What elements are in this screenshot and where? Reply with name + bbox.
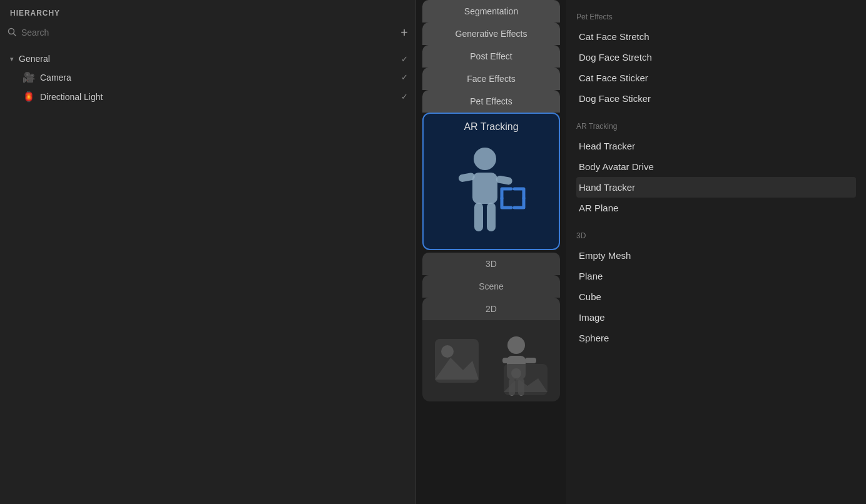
- divider-2: [576, 221, 856, 221]
- hierarchy-content: ▾ General ✓ 🎥 Camera ✓ 🏮 Directional Lig…: [0, 45, 415, 111]
- bottom-stack: 3D Scene 2D: [422, 253, 560, 401]
- body-avatar-drive-item[interactable]: Body Avatar Drive: [576, 156, 856, 177]
- svg-point-2: [474, 148, 496, 170]
- divider: [576, 111, 856, 112]
- svg-rect-5: [496, 175, 513, 185]
- general-section[interactable]: ▾ General ✓: [0, 50, 415, 68]
- light-icon: 🏮: [23, 91, 35, 103]
- generative-effects-tab[interactable]: Generative Effects: [422, 23, 560, 45]
- 3d-section: 3D Empty Mesh Plane Cube Image Sphere: [576, 224, 856, 348]
- chevron-icon: ▾: [10, 55, 14, 63]
- cat-face-stretch-item[interactable]: Cat Face Stretch: [576, 26, 856, 47]
- check-icon: ✓: [401, 92, 408, 101]
- search-input[interactable]: [21, 28, 395, 38]
- check-icon: ✓: [401, 73, 408, 82]
- hierarchy-title: HIERARCHY: [0, 0, 415, 24]
- camera-label: Camera: [40, 73, 396, 83]
- search-icon: [8, 28, 16, 38]
- ar-tracking-section-title: AR Tracking: [576, 114, 856, 136]
- stacked-cards: Segmentation Generative Effects Post Eff…: [422, 0, 560, 113]
- add-button[interactable]: +: [400, 26, 408, 39]
- search-bar: +: [0, 24, 415, 45]
- plane-item[interactable]: Plane: [576, 266, 856, 286]
- scene-tab[interactable]: Scene: [422, 275, 560, 298]
- hand-tracker-item[interactable]: Hand Tracker: [576, 177, 856, 198]
- svg-rect-6: [474, 203, 483, 231]
- dog-face-stretch-item[interactable]: Dog Face Stretch: [576, 47, 856, 68]
- 2d-tab[interactable]: 2D: [422, 298, 560, 320]
- pet-effects-title: Pet Effects: [576, 5, 856, 26]
- cards-panel: Segmentation Generative Effects Post Eff…: [416, 0, 566, 504]
- right-panel: Pet Effects Cat Face Stretch Dog Face St…: [566, 0, 866, 504]
- svg-point-11: [507, 336, 525, 354]
- general-label: General: [19, 54, 397, 64]
- camera-item[interactable]: 🎥 Camera ✓: [0, 68, 415, 87]
- svg-point-9: [441, 345, 454, 358]
- 2d-card-preview[interactable]: [422, 320, 560, 401]
- cube-item[interactable]: Cube: [576, 286, 856, 307]
- dog-face-sticker-item[interactable]: Dog Face Sticker: [576, 88, 856, 109]
- svg-rect-14: [525, 358, 536, 363]
- 3d-section-title: 3D: [576, 224, 856, 245]
- head-tracker-item[interactable]: Head Tracker: [576, 136, 856, 156]
- camera-icon: 🎥: [23, 71, 35, 83]
- ar-plane-item[interactable]: AR Plane: [576, 198, 856, 218]
- pet-effects-section: Pet Effects Cat Face Stretch Dog Face St…: [576, 5, 856, 109]
- svg-point-18: [511, 368, 521, 378]
- directional-light-item[interactable]: 🏮 Directional Light ✓: [0, 87, 415, 106]
- sphere-item[interactable]: Sphere: [576, 328, 856, 348]
- 3d-tab[interactable]: 3D: [422, 253, 560, 275]
- ar-tracking-title: AR Tracking: [464, 121, 518, 133]
- image-item[interactable]: Image: [576, 307, 856, 328]
- check-icon: ✓: [401, 54, 408, 64]
- ar-tracking-card[interactable]: AR Tracking: [422, 113, 560, 250]
- empty-mesh-item[interactable]: Empty Mesh: [576, 245, 856, 266]
- svg-rect-13: [502, 358, 514, 363]
- segmentation-tab[interactable]: Segmentation: [422, 0, 560, 23]
- ar-tracking-icon: [451, 145, 532, 233]
- post-effect-tab[interactable]: Post Effect: [422, 45, 560, 68]
- ar-tracking-section: AR Tracking Head Tracker Body Avatar Dri…: [576, 114, 856, 218]
- hierarchy-panel: HIERARCHY + ▾ General ✓ 🎥 Camera ✓ 🏮 Dir…: [0, 0, 416, 504]
- directional-light-label: Directional Light: [40, 92, 396, 102]
- cat-face-sticker-item[interactable]: Cat Face Sticker: [576, 68, 856, 88]
- face-effects-tab[interactable]: Face Effects: [422, 68, 560, 90]
- svg-rect-3: [472, 173, 497, 204]
- svg-rect-7: [487, 203, 496, 231]
- svg-line-1: [14, 33, 16, 36]
- pet-effects-tab[interactable]: Pet Effects: [422, 90, 560, 113]
